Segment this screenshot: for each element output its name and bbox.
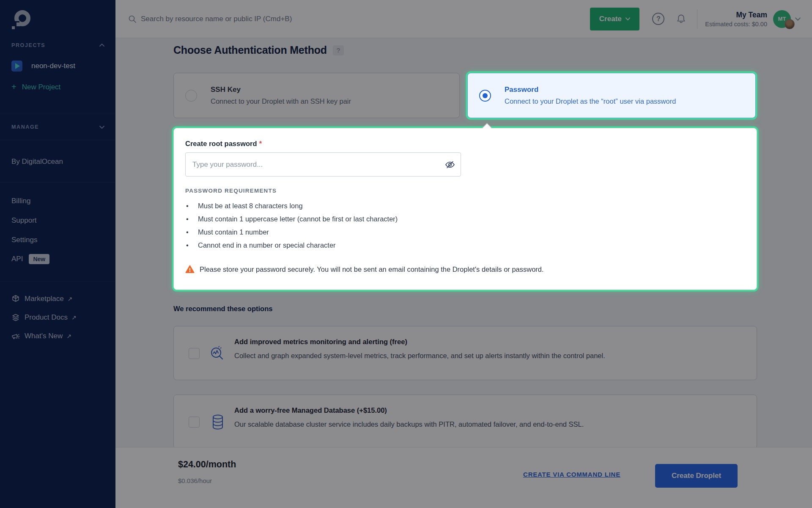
sidebar-item-support[interactable]: Support <box>11 216 37 225</box>
sidebar-item-project[interactable]: neon-dev-test <box>11 61 75 72</box>
monitoring-option-card[interactable]: Add improved metrics monitoring and aler… <box>173 326 757 380</box>
avatar-initials: MT <box>778 16 786 22</box>
password-requirements-header: PASSWORD REQUIREMENTS <box>185 188 277 194</box>
new-project-label: New Project <box>22 83 61 91</box>
account-menu[interactable]: MT <box>773 9 801 29</box>
divider <box>0 140 115 140</box>
new-project-button[interactable]: + New Project <box>11 82 60 92</box>
ssh-key-option[interactable]: SSH Key Connect to your Droplet with an … <box>173 73 460 118</box>
sidebar-item-settings[interactable]: Settings <box>11 236 37 244</box>
notification-bell-icon[interactable] <box>675 13 687 25</box>
monitoring-option-desc: Collect and graph expanded system-level … <box>234 352 605 360</box>
sidebar-item-api[interactable]: API New <box>11 254 49 264</box>
required-asterisk: * <box>259 140 262 147</box>
digitalocean-logo-icon[interactable] <box>11 10 31 30</box>
chevron-up-icon[interactable] <box>99 42 105 48</box>
topbar-right: Create ? My Team Estimated costs: $0.00 … <box>590 8 801 30</box>
divider <box>0 113 115 114</box>
chevron-down-icon[interactable] <box>99 124 105 130</box>
new-badge: New <box>29 254 49 264</box>
search-bar[interactable] <box>128 15 590 23</box>
managed-database-option-desc: Our scalable database cluster service in… <box>234 420 584 428</box>
password-panel: Create root password* PASSWORD REQUIREME… <box>173 128 757 290</box>
requirement-item: Cannot end in a number or special charac… <box>185 239 398 252</box>
divider <box>697 9 697 29</box>
page-title: Choose Authentication Method <box>173 44 327 56</box>
topbar: Create ? My Team Estimated costs: $0.00 … <box>115 0 812 38</box>
monitoring-option-title: Add improved metrics monitoring and aler… <box>234 338 407 346</box>
warning-text: Please store your password securely. You… <box>200 265 544 273</box>
password-label: Create root password* <box>185 140 262 148</box>
external-link-icon: ↗ <box>71 314 77 321</box>
estimated-costs: Estimated costs: $0.00 <box>705 21 767 28</box>
sidebar-item-by-digitalocean[interactable]: By DigitalOcean <box>11 157 63 166</box>
ssh-radio[interactable] <box>185 90 197 102</box>
external-link-icon: ↗ <box>68 295 73 302</box>
project-icon <box>11 61 22 72</box>
requirement-item: Must be at least 8 characters long <box>185 199 398 213</box>
create-droplet-button[interactable]: Create Droplet <box>655 464 738 488</box>
sidebar-link-whats-new[interactable]: What's New ↗ <box>11 332 71 340</box>
warning-icon <box>185 265 195 274</box>
megaphone-icon <box>11 332 20 340</box>
monitoring-checkbox[interactable] <box>189 348 200 359</box>
recommend-heading: We recommend these options <box>173 305 272 313</box>
external-link-icon: ↗ <box>66 333 71 340</box>
ssh-option-text: SSH Key Connect to your Droplet with an … <box>211 86 351 105</box>
by-digitalocean-label: By DigitalOcean <box>11 157 63 166</box>
help-glyph: ? <box>656 15 661 23</box>
product-docs-label: Product Docs <box>25 313 68 322</box>
password-warning: Please store your password securely. You… <box>185 265 544 274</box>
sidebar-item-billing[interactable]: Billing <box>11 197 30 205</box>
managed-database-option-card[interactable]: Add a worry-free Managed Database (+$15.… <box>173 395 757 447</box>
toggle-password-visibility-button[interactable] <box>444 159 456 171</box>
password-input[interactable] <box>185 152 461 177</box>
main-content: Choose Authentication Method ? SSH Key C… <box>115 38 812 447</box>
projects-section-header: PROJECTS <box>11 42 45 48</box>
eye-slash-icon <box>444 159 456 171</box>
project-name: neon-dev-test <box>31 62 75 70</box>
plus-icon: + <box>11 82 16 92</box>
panel-caret <box>482 123 492 133</box>
support-label: Support <box>11 216 37 225</box>
requirement-item: Must contain 1 number <box>185 226 398 239</box>
logo-square <box>12 26 15 29</box>
create-button-label: Create <box>599 15 622 23</box>
password-option-title: Password <box>505 86 676 94</box>
project-triangle <box>15 63 20 69</box>
divider <box>0 182 115 182</box>
logo-square <box>16 22 20 26</box>
database-icon <box>208 413 227 431</box>
sidebar: PROJECTS neon-dev-test + New Project MAN… <box>0 0 115 508</box>
password-option-desc: Connect to your Droplet as the “root” us… <box>505 97 676 105</box>
create-via-command-line-link[interactable]: CREATE VIA COMMAND LINE <box>523 471 620 478</box>
password-input-wrap <box>185 152 461 177</box>
ssh-option-title: SSH Key <box>211 86 351 94</box>
password-radio[interactable] <box>479 90 491 102</box>
layers-icon <box>11 313 20 322</box>
footer: $24.00/month $0.036/hour CREATE VIA COMM… <box>115 447 812 508</box>
billing-label: Billing <box>11 197 30 205</box>
managed-database-option-title: Add a worry-free Managed Database (+$15.… <box>234 406 387 414</box>
manage-section-header: MANAGE <box>11 124 39 130</box>
heading-help-icon[interactable]: ? <box>333 45 344 55</box>
monthly-price: $24.00/month <box>178 459 236 470</box>
marketplace-label: Marketplace <box>25 295 64 303</box>
cube-icon <box>11 295 20 303</box>
page-heading: Choose Authentication Method ? <box>173 44 344 56</box>
help-icon[interactable]: ? <box>652 13 664 25</box>
user-avatar <box>785 19 795 29</box>
sidebar-link-product-docs[interactable]: Product Docs ↗ <box>11 313 77 322</box>
sidebar-link-marketplace[interactable]: Marketplace ↗ <box>11 295 72 303</box>
hourly-price: $0.036/hour <box>178 477 212 484</box>
create-button[interactable]: Create <box>590 8 639 30</box>
chevron-down-icon <box>625 16 631 22</box>
team-menu[interactable]: My Team Estimated costs: $0.00 <box>705 11 767 28</box>
managed-database-checkbox[interactable] <box>189 417 200 428</box>
settings-label: Settings <box>11 236 37 244</box>
password-option[interactable]: Password Connect to your Droplet as the … <box>467 73 756 118</box>
requirement-item: Must contain 1 uppercase letter (cannot … <box>185 213 398 226</box>
password-label-text: Create root password <box>185 140 257 147</box>
ssh-option-desc: Connect to your Droplet with an SSH key … <box>211 97 351 105</box>
search-input[interactable] <box>141 15 378 23</box>
